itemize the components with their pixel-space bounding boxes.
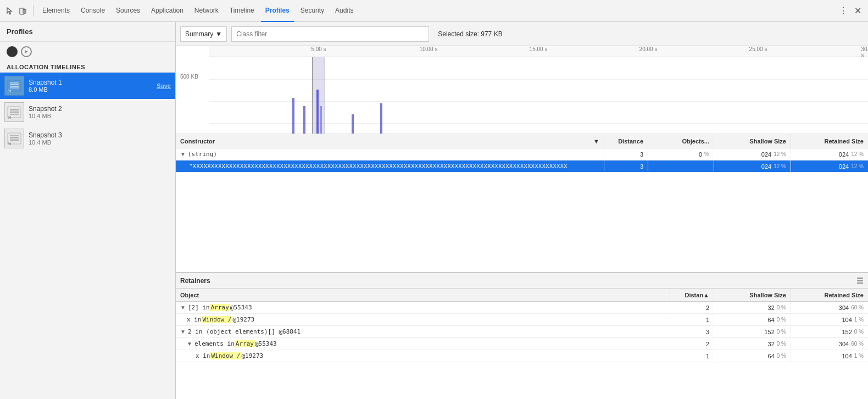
cursor-icon[interactable] [4,5,15,16]
section-title: ALLOCATION TIMELINES [0,59,175,73]
snapshot2-icon: % [4,102,24,122]
th-objects[interactable]: Objects... [648,134,714,148]
rth-shallow[interactable]: Shallow Size [714,289,791,301]
snapshot1-title: Snapshot 1 [29,79,152,86]
rtd-retained-5: 104 1 % [791,350,868,362]
td-distance-value: 3 [604,160,648,172]
selected-size-label: Selected size: 977 KB [438,30,502,38]
table-row[interactable]: ▼ (string) 3 0 % 024 12 % 024 12 % [176,148,868,160]
main-toolbar: Elements Console Sources Application Net… [0,0,868,22]
rtd-shallow-1: 32 0 % [714,302,791,313]
rtd-object-4: ▼ elements in Array @55343 [176,338,670,350]
rtd-dist-5: 1 [670,350,714,362]
rth-object[interactable]: Object [176,289,670,301]
dropdown-arrow-icon: ▼ [215,30,222,38]
bar-5 [352,114,354,134]
retainers-body: ▼ [2] in Array @55343 2 32 0 % 304 60 % [176,302,868,399]
snapshot3-text: Snapshot 3 10.4 MB [29,131,171,146]
expand-arrow-1[interactable]: ▼ [180,304,186,311]
class-filter-input[interactable] [231,26,429,42]
record-button[interactable] [7,46,18,57]
svg-text:%: % [8,142,11,146]
filter-icon: ▼ [593,138,599,145]
list-item[interactable]: x in Window / @19273 1 64 0 % 104 1 % [176,350,868,362]
rtd-retained-2: 104 1 % [791,314,868,325]
axis-label-25s: 25.00 s [749,46,767,52]
rth-distance[interactable]: Distan▲ [670,289,714,301]
constructor-table-body: ▼ (string) 3 0 % 024 12 % 024 12 % [176,148,868,272]
rtd-dist-4: 2 [670,338,714,350]
sidebar-item-snapshot3[interactable]: % Snapshot 3 10.4 MB [0,125,175,152]
tab-application[interactable]: Application [147,0,188,22]
th-retained[interactable]: Retained Size [791,134,868,148]
tab-elements[interactable]: Elements [38,0,74,22]
th-shallow[interactable]: Shallow Size [714,134,791,148]
y-label-500kb: 500 KB [180,74,198,80]
more-options-button[interactable]: ⋮ [837,3,850,18]
grid-line-1 [209,79,868,80]
bar-6 [380,103,382,134]
axis-label-20s: 20.00 s [639,46,658,52]
close-devtools-button[interactable]: ✕ [852,3,864,18]
sidebar-header: Profiles [0,22,175,42]
expand-arrow-4[interactable]: ▼ [187,341,192,347]
td-constructor-value: "XXXXXXXXXXXXXXXXXXXXXXXXXXXXXXXXXXXXXXX… [176,160,604,172]
summary-dropdown[interactable]: Summary ▼ [180,26,227,42]
rtd-retained-3: 152 0 % [791,326,868,337]
expand-arrow[interactable]: ▼ [180,151,186,157]
tab-audits[interactable]: Audits [331,0,358,22]
snapshot1-text: Snapshot 1 8.0 MB [29,79,152,93]
td-retained-string: 024 12 % [791,148,868,160]
svg-text:%: % [8,89,11,93]
divider-1 [33,5,34,16]
bar-3 [316,90,319,134]
list-item[interactable]: ▼ elements in Array @55343 2 32 0 % 304 … [176,338,868,350]
tab-security[interactable]: Security [296,0,329,22]
timeline-chart[interactable]: 5.00 s 10.00 s 15.00 s 20.00 s 25.00 s 3… [176,46,868,134]
tab-sources[interactable]: Sources [112,0,144,22]
rtd-dist-1: 2 [670,302,714,313]
tab-network[interactable]: Network [190,0,223,22]
list-item[interactable]: ▼ [2] in Array @55343 2 32 0 % 304 60 % [176,302,868,314]
list-item[interactable]: x in Window / @19273 1 64 0 % 104 1 % [176,314,868,326]
bar-1 [292,98,294,134]
snapshot3-icon: % [4,129,24,148]
stop-button[interactable] [21,46,32,57]
table-row[interactable]: "XXXXXXXXXXXXXXXXXXXXXXXXXXXXXXXXXXXXXXX… [176,160,868,173]
sidebar: Profiles ALLOCATION TIMELINES % [0,22,176,399]
retainers-section: Retainers ☰ Object Distan▲ Shallow Size … [176,273,868,399]
bar-4 [320,106,322,134]
content-toolbar: Summary ▼ Selected size: 977 KB [176,22,868,46]
device-icon[interactable] [18,5,29,16]
tab-console[interactable]: Console [76,0,109,22]
rtd-object-1: ▼ [2] in Array @55343 [176,302,670,313]
sidebar-item-snapshot2[interactable]: % Snapshot 2 10.4 MB [0,99,175,125]
rth-retained[interactable]: Retained Size [791,289,868,301]
axis-label-15s: 15.00 s [530,46,548,52]
td-retained-value: 024 12 % [791,160,868,172]
retainers-table-header: Object Distan▲ Shallow Size Retained Siz… [176,289,868,302]
constructor-table-header: Constructor ▼ Distance Objects... Shallo… [176,134,868,148]
retainers-header: Retainers ☰ [176,273,868,289]
timeline-axis: 5.00 s 10.00 s 15.00 s 20.00 s 25.00 s 3… [209,46,868,57]
snapshot2-subtitle: 10.4 MB [29,113,171,119]
rtd-object-3: ▼ 2 in (object elements)[] @68841 [176,326,670,337]
axis-label-5s: 5.00 s [311,46,326,52]
th-constructor[interactable]: Constructor ▼ [176,134,604,148]
snapshot3-subtitle: 10.4 MB [29,139,171,146]
list-item[interactable]: ▼ 2 in (object elements)[] @68841 3 152 … [176,326,868,338]
grid-line-2 [209,101,868,102]
rtd-shallow-4: 32 0 % [714,338,791,350]
save-snapshot-button[interactable]: Save [157,82,171,89]
tab-timeline[interactable]: Timeline [225,0,259,22]
retainers-scroll-icon: ☰ [856,276,864,285]
sidebar-item-snapshot1[interactable]: % Snapshot 1 8.0 MB Save [0,73,175,99]
rtd-shallow-3: 152 0 % [714,326,791,337]
rtd-retained-1: 304 60 % [791,302,868,313]
expand-arrow-3[interactable]: ▼ [180,329,186,335]
timeline-chart-area: 500 KB [176,57,868,134]
td-constructor-string: ▼ (string) [176,148,604,160]
rtd-dist-2: 1 [670,314,714,325]
th-distance[interactable]: Distance [604,134,648,148]
tab-profiles[interactable]: Profiles [261,0,294,22]
